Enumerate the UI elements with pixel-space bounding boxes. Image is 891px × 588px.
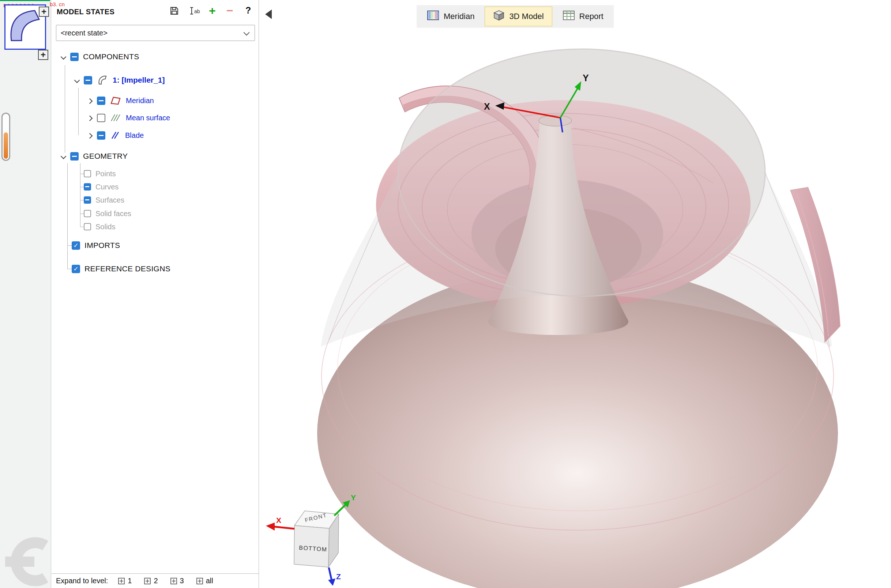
impeller-model [317, 49, 840, 588]
tree-item-mean-surface[interactable]: Mean surface [52, 110, 259, 126]
impeller-3d-scene[interactable]: X Y FRONT BOTTOM X Y Z [260, 0, 891, 588]
tab-meridian-label: Meridian [444, 12, 474, 21]
viewport-3d: X Y FRONT BOTTOM X Y Z [260, 0, 891, 588]
tree-item-solid-faces[interactable]: Solid faces [52, 207, 259, 220]
tree-item-curves[interactable]: Curves [52, 180, 259, 194]
app-window: + + b3. cn MODEL STATES [0, 0, 891, 588]
model-states-header: MODEL STATES ab + − ? [52, 4, 259, 19]
chevron-right-icon[interactable] [88, 116, 93, 120]
cube-3d-icon [493, 9, 505, 23]
impeller-checkbox[interactable] [84, 76, 92, 84]
expand-icon [118, 578, 125, 584]
model-state-dropdown-value: <recent state> [61, 29, 108, 37]
chevron-down-icon[interactable] [75, 78, 80, 82]
cube-axis-y-label: Y [351, 493, 356, 502]
rename-state-icon[interactable]: ab [189, 6, 201, 17]
progress-gauge [2, 112, 10, 161]
axis-x-label: X [484, 101, 490, 111]
left-strip: + + [0, 0, 51, 588]
tree-item-blade[interactable]: Blade [52, 127, 259, 143]
points-label: Points [96, 170, 116, 178]
remove-state-icon[interactable]: − [226, 4, 233, 18]
model-states-panel: MODEL STATES ab + − ? <re [52, 0, 259, 588]
meridian-tab-icon [427, 10, 439, 23]
tree-item-reference-designs[interactable]: REFERENCE DESIGNS [52, 261, 259, 277]
tab-3d-model-label: 3D Model [509, 12, 543, 21]
blade-checkbox[interactable] [97, 131, 105, 140]
mean-surface-checkbox[interactable] [97, 114, 105, 122]
mean-surface-icon [110, 113, 122, 123]
expand-icon [144, 578, 151, 584]
save-state-icon[interactable] [170, 6, 179, 17]
meridian-label: Meridian [126, 96, 154, 105]
tree-item-surfaces[interactable]: Surfaces [52, 194, 259, 207]
meridian-icon [110, 96, 122, 105]
expand-level-1-label: 1 [128, 577, 132, 585]
tab-meridian[interactable]: Meridian [419, 7, 483, 26]
add-state-icon[interactable]: + [209, 4, 216, 18]
imports-label: IMPORTS [84, 241, 120, 250]
tab-report[interactable]: Report [555, 7, 612, 26]
expand-level-2-label: 2 [154, 577, 158, 585]
panel-title: MODEL STATES [57, 8, 114, 16]
solids-checkbox[interactable] [84, 223, 91, 230]
chevron-down-icon [244, 30, 249, 35]
reference-designs-label: REFERENCE DESIGNS [84, 264, 171, 273]
points-checkbox[interactable] [84, 170, 91, 177]
blade-icon [110, 130, 121, 140]
progress-gauge-fill [4, 132, 8, 159]
model-state-dropdown[interactable]: <recent state> [56, 25, 255, 41]
svg-text:ab: ab [194, 8, 200, 14]
surfaces-checkbox[interactable] [84, 196, 91, 204]
expand-icon [171, 578, 177, 584]
add-component-button-top[interactable]: + [39, 7, 49, 17]
expand-level-all-button[interactable]: all [196, 577, 213, 585]
expand-level-2-button[interactable]: 2 [144, 577, 158, 585]
blade-label: Blade [125, 131, 144, 140]
tree-item-solids[interactable]: Solids [52, 220, 259, 233]
expand-level-all-label: all [206, 577, 213, 585]
expand-level-3-label: 3 [180, 577, 184, 585]
reference-designs-checkbox[interactable] [72, 265, 80, 273]
impeller-label: 1: [Impeller_1] [112, 76, 165, 84]
expand-level-1-button[interactable]: 1 [118, 577, 132, 585]
imports-checkbox[interactable] [72, 242, 80, 250]
view-tabbar: Meridian 3D Model [417, 5, 614, 28]
chevron-down-icon[interactable] [61, 154, 66, 159]
solid-faces-label: Solid faces [96, 210, 131, 218]
surfaces-label: Surfaces [96, 196, 124, 204]
axis-y-label: Y [583, 73, 589, 83]
tree-item-geometry[interactable]: GEOMETRY [52, 148, 259, 164]
solids-label: Solids [96, 223, 115, 231]
solid-faces-checkbox[interactable] [84, 210, 91, 217]
expand-level-3-button[interactable]: 3 [171, 577, 184, 585]
tree-item-impeller[interactable]: 1: [Impeller_1] [52, 72, 259, 88]
curves-label: Curves [96, 183, 118, 191]
add-component-button-bottom[interactable]: + [38, 50, 48, 60]
watermark-text: b3. cn [50, 1, 65, 8]
watermark-green-line [0, 0, 50, 1]
help-icon[interactable]: ? [245, 5, 251, 16]
mean-surface-label: Mean surface [126, 114, 170, 122]
impeller-icon [96, 75, 108, 86]
components-label: COMPONENTS [83, 52, 140, 61]
geometry-checkbox[interactable] [70, 152, 79, 160]
chevron-right-icon[interactable] [88, 133, 93, 138]
tree-item-imports[interactable]: IMPORTS [52, 237, 259, 254]
expand-icon [196, 578, 203, 584]
chevron-right-icon[interactable] [88, 98, 93, 103]
components-checkbox[interactable] [70, 52, 79, 61]
curves-checkbox[interactable] [84, 183, 91, 190]
chevron-down-icon[interactable] [61, 54, 66, 59]
tab-report-label: Report [579, 12, 603, 21]
report-table-icon [562, 10, 575, 23]
view-cube[interactable]: FRONT BOTTOM X Y Z [266, 493, 356, 586]
tree-item-meridian[interactable]: Meridian [52, 93, 259, 109]
collapse-panel-arrow[interactable] [265, 9, 272, 19]
tab-3d-model[interactable]: 3D Model [484, 7, 552, 26]
meridian-checkbox[interactable] [97, 96, 105, 105]
tree-item-components[interactable]: COMPONENTS [52, 49, 259, 65]
cube-axis-z-label: Z [336, 572, 341, 580]
expand-level-bar: Expand to level: 1 2 3 all [52, 573, 259, 588]
tree-item-points[interactable]: Points [52, 167, 259, 180]
